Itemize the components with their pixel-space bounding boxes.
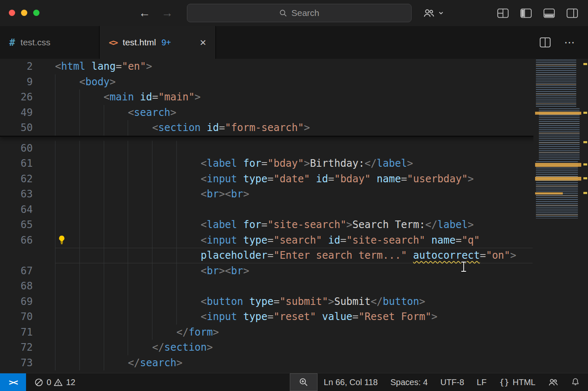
indent-guide — [128, 278, 128, 294]
indent-guide — [104, 202, 104, 218]
fullscreen-window-button[interactable] — [33, 10, 39, 16]
forward-icon[interactable]: → — [161, 6, 173, 20]
line-number[interactable]: 50 — [0, 120, 55, 136]
indent-guide — [128, 263, 128, 279]
line-number[interactable]: 71 — [0, 325, 55, 340]
indent-guide — [128, 233, 128, 248]
code-line-63[interactable]: 63<br><br> — [0, 186, 533, 202]
title-bar: ← → Search — [0, 0, 588, 26]
zoom-button[interactable] — [290, 373, 318, 391]
line-number[interactable]: 64 — [0, 202, 55, 218]
indent-guide — [152, 294, 152, 310]
code-text: <body> — [55, 74, 588, 90]
code-line-72[interactable]: 72</section> — [0, 340, 533, 355]
line-number[interactable] — [0, 248, 55, 263]
warning-marker — [583, 141, 587, 143]
remote-indicator[interactable]: >< — [0, 373, 26, 391]
tab-test-html[interactable]: <> test.html 9+ × — [100, 26, 216, 59]
line-number[interactable]: 2 — [0, 59, 55, 74]
sticky-line-49[interactable]: 49<search> — [0, 105, 588, 121]
indent-guide — [104, 120, 104, 136]
code-line-73[interactable]: 73</search> — [0, 355, 533, 371]
line-number[interactable]: 63 — [0, 186, 55, 202]
code-line-70[interactable]: 70<input type="reset" value="Reset Form"… — [0, 309, 533, 325]
cursor-position[interactable]: Ln 66, Col 118 — [318, 373, 384, 391]
toggle-panel-icon[interactable] — [543, 8, 555, 18]
tab-test-css[interactable]: # test.css — [0, 26, 100, 59]
sticky-line-26[interactable]: 26<main id="main"> — [0, 89, 588, 105]
code-line-60[interactable]: 60 — [0, 141, 533, 156]
back-icon[interactable]: ← — [139, 6, 150, 20]
indent-guide — [176, 278, 177, 294]
line-content: <input type="search" id="site-search" na… — [55, 233, 533, 248]
command-center-search[interactable]: Search — [187, 4, 412, 22]
code-line-65[interactable]: 65<label for="site-search">Search Term:<… — [0, 217, 533, 233]
sticky-line-2[interactable]: 2<html lang="en"> — [0, 59, 588, 74]
language-mode[interactable]: {} HTML — [493, 373, 542, 391]
code-line-68[interactable]: 68 — [0, 278, 533, 294]
line-content — [55, 202, 533, 218]
code-line-71[interactable]: 71</form> — [0, 325, 533, 340]
indent-guide — [79, 263, 80, 279]
indent-guide — [104, 294, 104, 310]
sticky-line-9[interactable]: 9<body> — [0, 74, 588, 90]
line-number[interactable]: 72 — [0, 340, 55, 355]
search-icon — [279, 9, 287, 17]
encoding-status[interactable]: UTF-8 — [434, 373, 470, 391]
line-number[interactable]: 49 — [0, 105, 55, 121]
close-window-button[interactable] — [9, 10, 15, 16]
code-line-wrap[interactable]: placeholder="Enter search term..." autoc… — [0, 248, 533, 263]
code-line-67[interactable]: 67<br><br> — [0, 263, 533, 279]
indent-guide — [176, 309, 177, 325]
line-number[interactable]: 26 — [0, 89, 55, 105]
split-editor-icon[interactable] — [540, 37, 551, 47]
chevron-down-icon[interactable] — [438, 10, 444, 16]
code-text: <br><br> — [55, 186, 533, 202]
problems-indicator[interactable]: 0 12 — [26, 373, 81, 391]
code-text: <input type="date" id="bday" name="userb… — [55, 171, 533, 187]
customize-layout-icon[interactable] — [497, 8, 509, 18]
indent-guide — [55, 355, 55, 371]
code-line-66[interactable]: 66<input type="search" id="site-search" … — [0, 233, 533, 248]
indent-guide — [79, 278, 80, 294]
indent-guide — [104, 171, 104, 187]
indentation-status[interactable]: Spaces: 4 — [384, 373, 434, 391]
indent-guide — [128, 202, 128, 218]
line-number[interactable]: 73 — [0, 355, 55, 371]
line-number[interactable]: 65 — [0, 217, 55, 233]
code-text: </section> — [55, 340, 533, 355]
indent-guide — [79, 233, 80, 248]
toggle-primary-sidebar-icon[interactable] — [520, 8, 532, 18]
code-line-62[interactable]: 62<input type="date" id="bday" name="use… — [0, 171, 533, 187]
line-number[interactable]: 61 — [0, 156, 55, 171]
indent-guide — [55, 248, 55, 263]
indent-guide — [176, 294, 177, 310]
line-number[interactable]: 69 — [0, 294, 55, 310]
line-number[interactable]: 70 — [0, 309, 55, 325]
code-line-69[interactable]: 69<button type="submit">Submit</button> — [0, 294, 533, 310]
accounts-icon[interactable] — [423, 7, 435, 19]
line-number[interactable]: 62 — [0, 171, 55, 187]
line-number[interactable]: 9 — [0, 74, 55, 90]
line-number[interactable]: 68 — [0, 278, 55, 294]
line-number[interactable]: 66 — [0, 233, 55, 248]
eol-status[interactable]: LF — [470, 373, 493, 391]
toggle-secondary-sidebar-icon[interactable] — [567, 8, 578, 18]
code-line-64[interactable]: 64 — [0, 202, 533, 218]
indent-guide — [104, 105, 104, 121]
code-line-61[interactable]: 61<label for="bday">Birthday:</label> — [0, 156, 533, 171]
sticky-line-50[interactable]: 50<section id="form-search"> — [0, 120, 588, 136]
line-content: <br><br> — [55, 263, 533, 279]
warning-icon — [54, 378, 63, 387]
close-tab-icon[interactable]: × — [200, 37, 206, 48]
line-number[interactable]: 67 — [0, 263, 55, 279]
line-number[interactable]: 60 — [0, 141, 55, 156]
accounts-status-icon[interactable] — [542, 373, 564, 391]
minimize-window-button[interactable] — [21, 10, 27, 16]
warning-marker — [583, 112, 587, 114]
code-text: <section id="form-search"> — [55, 120, 588, 136]
minimap[interactable] — [533, 59, 588, 373]
line-content: <input type="reset" value="Reset Form"> — [55, 309, 533, 325]
bell-icon[interactable] — [564, 373, 588, 391]
more-actions-icon[interactable]: ⋯ — [564, 36, 575, 49]
